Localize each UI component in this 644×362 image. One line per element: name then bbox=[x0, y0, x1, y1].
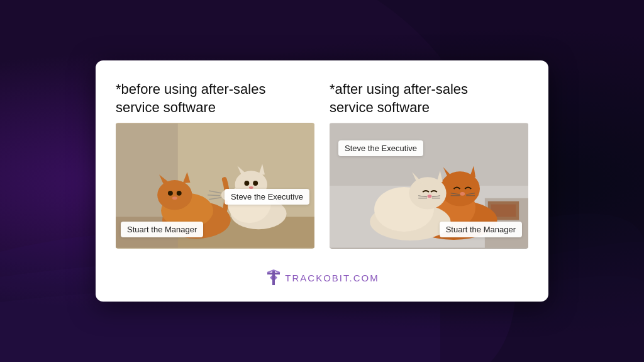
steve-after-label: Steve the Executive bbox=[338, 140, 423, 156]
svg-point-35 bbox=[460, 192, 465, 196]
before-image: Stuart the Manager Steve the Executive bbox=[116, 123, 314, 249]
after-panel: *after using after-salesservice software bbox=[330, 81, 528, 249]
svg-point-10 bbox=[177, 191, 182, 196]
brand-icon bbox=[265, 269, 282, 286]
svg-point-6 bbox=[157, 180, 192, 210]
svg-point-11 bbox=[172, 196, 177, 200]
svg-point-9 bbox=[168, 191, 173, 196]
stuart-after-label: Stuart the Manager bbox=[440, 222, 522, 237]
brand-text: TRACKOBIT.COM bbox=[285, 273, 379, 283]
before-panel: *before using after-salesservice softwar… bbox=[116, 81, 314, 249]
stuart-before-label: Stuart the Manager bbox=[121, 222, 203, 237]
main-card: *before using after-salesservice softwar… bbox=[96, 60, 548, 302]
steve-before-label: Steve the Executive bbox=[225, 189, 309, 205]
svg-point-45 bbox=[428, 195, 432, 198]
svg-line-23 bbox=[208, 195, 220, 196]
panels-container: *before using after-salesservice softwar… bbox=[116, 81, 528, 249]
after-title: *after using after-salesservice software bbox=[330, 81, 528, 116]
svg-point-18 bbox=[253, 181, 258, 186]
after-image: Steve the Executive Stuart the Manager bbox=[330, 123, 528, 249]
brand-logo: TRACKOBIT.COM bbox=[265, 269, 379, 286]
before-title: *before using after-salesservice softwar… bbox=[116, 81, 314, 116]
svg-rect-51 bbox=[267, 273, 280, 274]
svg-point-17 bbox=[244, 181, 249, 186]
svg-rect-50 bbox=[272, 270, 275, 285]
footer: TRACKOBIT.COM bbox=[116, 269, 528, 286]
